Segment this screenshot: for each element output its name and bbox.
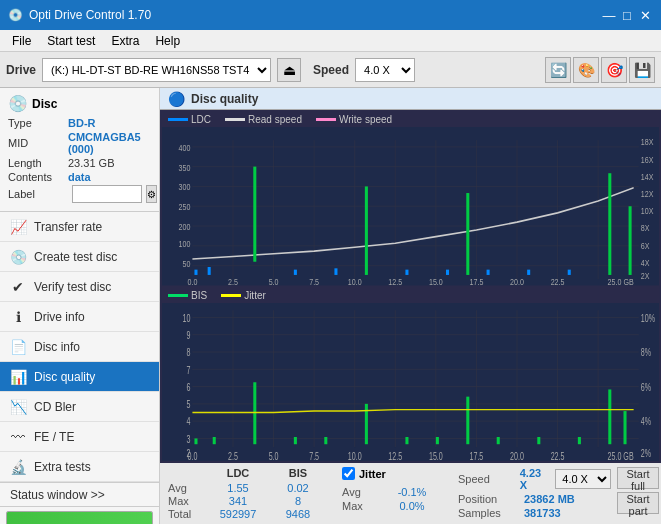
nav-drive-info-label: Drive info bbox=[34, 310, 85, 324]
svg-rect-30 bbox=[608, 173, 611, 275]
svg-text:2.5: 2.5 bbox=[228, 450, 238, 461]
nav-disc-quality[interactable]: 📊 Disc quality bbox=[0, 362, 159, 392]
svg-text:18X: 18X bbox=[641, 138, 654, 148]
start-part-button[interactable]: Start part bbox=[617, 492, 658, 514]
svg-rect-26 bbox=[466, 193, 469, 275]
jitter-checkbox[interactable] bbox=[342, 467, 355, 480]
start-full-button[interactable]: Start full bbox=[617, 467, 658, 489]
progress-bar-fill bbox=[7, 512, 152, 524]
stats-total-ldc: 592997 bbox=[208, 508, 268, 520]
stats-max-ldc: 341 bbox=[208, 495, 268, 507]
stats-avg-ldc: 1.55 bbox=[208, 482, 268, 494]
stats-max-jitter: 0.0% bbox=[382, 500, 442, 512]
disc-type-label: Type bbox=[8, 117, 68, 129]
svg-text:6%: 6% bbox=[641, 381, 651, 393]
svg-text:6: 6 bbox=[186, 381, 190, 393]
maximize-button[interactable]: □ bbox=[619, 7, 635, 23]
stats-empty-header bbox=[168, 467, 208, 479]
toolbar-icon-1[interactable]: 🔄 bbox=[545, 57, 571, 83]
svg-text:17.5: 17.5 bbox=[470, 278, 484, 286]
svg-text:6X: 6X bbox=[641, 241, 650, 251]
svg-text:10X: 10X bbox=[641, 206, 654, 216]
main-layout: 💿 Disc Type BD-R MID CMCMAGBA5 (000) Len… bbox=[0, 88, 661, 524]
menu-help[interactable]: Help bbox=[147, 32, 188, 50]
stats-avg-jitter-label: Avg bbox=[342, 486, 382, 498]
svg-text:0.0: 0.0 bbox=[187, 278, 197, 286]
chart1-wrapper: LDC Read speed Write speed bbox=[162, 112, 659, 286]
nav-transfer-rate[interactable]: 📈 Transfer rate bbox=[0, 212, 159, 242]
minimize-button[interactable]: — bbox=[601, 7, 617, 23]
toolbar-icon-save[interactable]: 💾 bbox=[629, 57, 655, 83]
close-button[interactable]: ✕ bbox=[637, 7, 653, 23]
disc-quality-icon: 📊 bbox=[10, 369, 26, 385]
stats-speed-select[interactable]: 4.0 X bbox=[555, 469, 611, 489]
menu-file[interactable]: File bbox=[4, 32, 39, 50]
stats-max-jitter-label: Max bbox=[342, 500, 382, 512]
svg-rect-25 bbox=[446, 270, 449, 275]
nav-disc-quality-label: Disc quality bbox=[34, 370, 95, 384]
svg-rect-86 bbox=[466, 396, 469, 444]
disc-length-row: Length 23.31 GB bbox=[8, 157, 151, 169]
nav-fe-te[interactable]: 〰 FE / TE bbox=[0, 422, 159, 452]
eject-button[interactable]: ⏏ bbox=[277, 58, 301, 82]
nav-fe-te-label: FE / TE bbox=[34, 430, 74, 444]
disc-icon: 💿 bbox=[8, 94, 28, 113]
jitter-label: Jitter bbox=[359, 468, 386, 480]
drive-select[interactable]: (K:) HL-DT-ST BD-RE WH16NS58 TST4 bbox=[42, 58, 271, 82]
svg-text:10.0: 10.0 bbox=[348, 278, 362, 286]
stats-max-jitter-row: Max 0.0% bbox=[342, 500, 442, 512]
svg-text:250: 250 bbox=[179, 202, 191, 212]
nav-create-test-disc[interactable]: 💿 Create test disc bbox=[0, 242, 159, 272]
svg-text:5.0: 5.0 bbox=[269, 450, 279, 461]
svg-text:5.0: 5.0 bbox=[269, 278, 279, 286]
svg-text:4%: 4% bbox=[641, 416, 651, 428]
menu-start-test[interactable]: Start test bbox=[39, 32, 103, 50]
fe-te-icon: 〰 bbox=[10, 429, 26, 445]
stats-avg-bis: 0.02 bbox=[268, 482, 328, 494]
status-section: Status window >> Test completed 13:23 bbox=[0, 482, 159, 524]
svg-rect-89 bbox=[578, 437, 581, 444]
svg-text:12.5: 12.5 bbox=[388, 278, 402, 286]
status-window-button[interactable]: Status window >> bbox=[0, 483, 159, 507]
nav-verify-test-disc[interactable]: ✔ Verify test disc bbox=[0, 272, 159, 302]
legend-jitter: Jitter bbox=[221, 290, 266, 301]
svg-text:300: 300 bbox=[179, 183, 191, 193]
svg-text:2X: 2X bbox=[641, 271, 650, 281]
legend-write-speed-dot bbox=[316, 118, 336, 121]
menu-extra[interactable]: Extra bbox=[103, 32, 147, 50]
stats-area: LDC BIS Avg 1.55 0.02 Max 341 8 Total 59… bbox=[160, 463, 661, 524]
nav-cd-bler-label: CD Bler bbox=[34, 400, 76, 414]
drive-label: Drive bbox=[6, 63, 36, 77]
chart2-inner: 10 9 8 7 6 5 4 3 2 10% 8% 6% 4% bbox=[162, 303, 659, 462]
stats-left: LDC BIS Avg 1.55 0.02 Max 341 8 Total 59… bbox=[168, 467, 328, 520]
svg-text:22.5: 22.5 bbox=[551, 278, 565, 286]
svg-rect-28 bbox=[527, 270, 530, 275]
nav-drive-info[interactable]: ℹ Drive info bbox=[0, 302, 159, 332]
toolbar-icon-2[interactable]: 🎨 bbox=[573, 57, 599, 83]
svg-rect-84 bbox=[405, 437, 408, 444]
svg-rect-91 bbox=[624, 411, 627, 444]
cd-bler-icon: 📉 bbox=[10, 399, 26, 415]
speed-select[interactable]: 4.0 X 1.0 X 2.0 X 6.0 X 8.0 X bbox=[355, 58, 415, 82]
stats-avg-row: Avg 1.55 0.02 bbox=[168, 482, 328, 494]
extra-tests-icon: 🔬 bbox=[10, 459, 26, 475]
svg-text:0.0: 0.0 bbox=[187, 450, 197, 461]
disc-type-value: BD-R bbox=[68, 117, 96, 129]
legend-bis-label: BIS bbox=[191, 290, 207, 301]
toolbar-icon-3[interactable]: 🎯 bbox=[601, 57, 627, 83]
nav-disc-info[interactable]: 📄 Disc info bbox=[0, 332, 159, 362]
speed-display-row: Speed 4.23 X 4.0 X bbox=[458, 467, 611, 491]
svg-text:10: 10 bbox=[183, 312, 191, 324]
disc-label-input[interactable] bbox=[72, 185, 142, 203]
nav-extra-tests[interactable]: 🔬 Extra tests bbox=[0, 452, 159, 482]
charts-container: LDC Read speed Write speed bbox=[160, 110, 661, 463]
svg-rect-59 bbox=[162, 303, 659, 462]
svg-rect-18 bbox=[194, 270, 197, 275]
nav-cd-bler[interactable]: 📉 CD Bler bbox=[0, 392, 159, 422]
position-key: Position bbox=[458, 493, 518, 505]
svg-text:8: 8 bbox=[186, 347, 190, 359]
disc-type-row: Type BD-R bbox=[8, 117, 151, 129]
svg-text:16X: 16X bbox=[641, 155, 654, 165]
svg-rect-22 bbox=[334, 268, 337, 275]
disc-label-btn[interactable]: ⚙ bbox=[146, 185, 157, 203]
